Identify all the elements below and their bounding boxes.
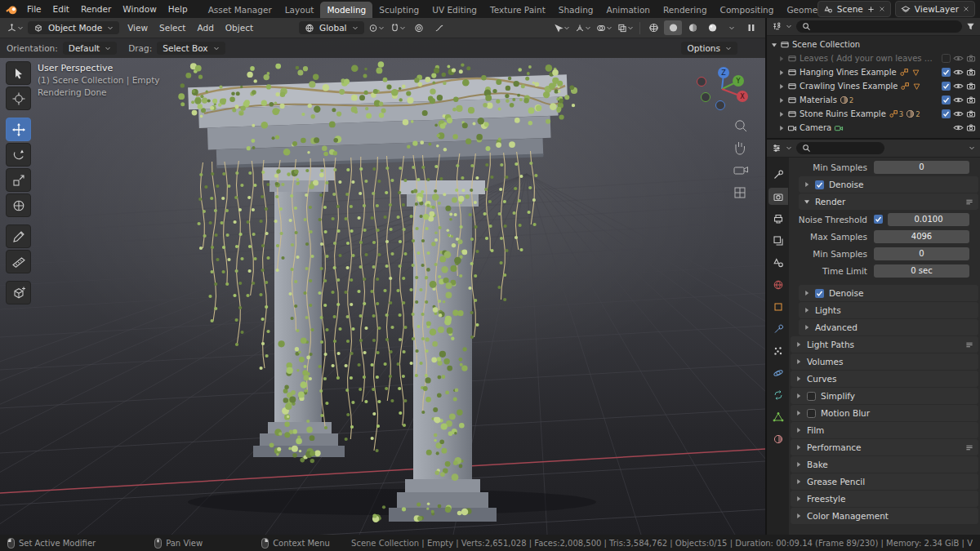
hide-eye-toggle[interactable] [953, 96, 964, 104]
panel-denoise[interactable]: Denoise [799, 176, 978, 193]
remove-viewlayer-icon[interactable] [963, 6, 969, 12]
panel-checkbox[interactable] [815, 180, 824, 189]
properties-tab-material[interactable] [768, 430, 788, 447]
outliner-row[interactable]: Camera [767, 121, 980, 135]
properties-tab-physics[interactable] [768, 364, 788, 381]
properties-tab-view-layer[interactable] [768, 232, 788, 249]
pause-render-icon[interactable] [742, 20, 760, 35]
panel-menu-icon[interactable] [965, 444, 973, 451]
hide-eye-toggle[interactable] [953, 68, 964, 77]
hide-eye-toggle[interactable] [953, 82, 964, 91]
properties-tab-render[interactable] [768, 188, 788, 205]
cursor-tool[interactable] [6, 87, 31, 110]
properties-tab-world[interactable] [768, 276, 788, 293]
editor-type-button[interactable] [5, 20, 25, 35]
properties-tab-scene[interactable] [768, 254, 788, 271]
panel-simplify[interactable]: Simplify [791, 388, 978, 404]
rotate-tool[interactable] [6, 143, 31, 167]
panel-denoise[interactable]: Denoise [799, 285, 978, 301]
panel-freestyle[interactable]: Freestyle [791, 491, 978, 507]
scene-selector[interactable]: Scene [817, 1, 891, 17]
viewport-menu-view[interactable]: View [122, 21, 154, 34]
viewport-menu-add[interactable]: Add [191, 21, 219, 34]
render-visibility-toggle[interactable] [966, 82, 976, 91]
hide-eye-toggle[interactable] [953, 123, 964, 132]
panel-menu-icon[interactable] [965, 198, 973, 206]
workspace-tab-animation[interactable]: Animation [599, 2, 657, 18]
field-noise-threshold[interactable]: 0.0100 [888, 213, 969, 226]
toggle-xray-button[interactable] [616, 20, 635, 35]
snapping-button[interactable] [389, 20, 408, 35]
menu-help[interactable]: Help [163, 3, 194, 15]
disclosure-triangle-icon[interactable] [778, 97, 785, 104]
properties-tab-object-data[interactable] [768, 408, 788, 425]
chevron-down-icon[interactable] [969, 145, 975, 151]
outliner-search[interactable] [796, 20, 962, 33]
shading-solid-icon[interactable] [664, 20, 682, 35]
tweak-select-tool[interactable] [6, 61, 31, 85]
properties-tab-object[interactable] [768, 298, 788, 315]
shading-rendered-icon[interactable] [703, 20, 721, 35]
render-visibility-toggle[interactable] [966, 109, 976, 118]
filter-icon[interactable] [966, 22, 975, 31]
workspace-tab-geometry-nodes[interactable]: Geometry Nodes [780, 2, 817, 18]
properties-tab-output[interactable] [768, 210, 788, 227]
disclosure-triangle-icon[interactable] [778, 111, 785, 118]
properties-tab-constraints[interactable] [768, 386, 788, 403]
disclosure-triangle-icon[interactable] [778, 125, 785, 131]
panel-motion-blur[interactable]: Motion Blur [791, 405, 978, 421]
transform-tool[interactable] [6, 193, 31, 217]
exclude-checkbox[interactable] [942, 96, 951, 104]
add-cube-tool[interactable] [6, 281, 31, 304]
viewport-menu-select[interactable]: Select [154, 21, 191, 34]
menu-window[interactable]: Window [117, 3, 162, 15]
render-visibility-toggle[interactable] [966, 123, 976, 132]
panel-bake[interactable]: Bake [791, 456, 978, 473]
scale-tool[interactable] [6, 168, 31, 192]
unlink-scene-icon[interactable] [879, 6, 885, 12]
workspace-tab-shading[interactable]: Shading [552, 2, 600, 18]
workspace-tab-texture-paint[interactable]: Texture Paint [483, 2, 552, 18]
outliner-row[interactable]: Hanging Vines Example [767, 65, 980, 79]
panel-film[interactable]: Film [791, 422, 978, 438]
panel-advanced[interactable]: Advanced [799, 319, 978, 335]
outliner-row[interactable]: Materials2 [767, 93, 980, 107]
workspace-tab-uv-editing[interactable]: UV Editing [425, 2, 483, 18]
panel-volumes[interactable]: Volumes [791, 353, 978, 370]
field-time-limit[interactable]: 0 sec [874, 264, 969, 278]
workspace-tab-compositing[interactable]: Compositing [714, 2, 781, 18]
falloff-button[interactable] [430, 20, 448, 35]
chevron-down-icon[interactable] [786, 145, 792, 151]
workspace-tab-rendering[interactable]: Rendering [657, 2, 714, 18]
panel-color-management[interactable]: Color Management [791, 508, 978, 524]
blender-logo[interactable] [5, 3, 18, 16]
show-overlays-button[interactable] [595, 20, 614, 35]
shading-dropdown[interactable] [723, 20, 741, 35]
annotate-tool[interactable] [6, 224, 31, 248]
property-checkbox[interactable] [874, 215, 883, 224]
properties-tab-particles[interactable] [768, 342, 788, 359]
viewport-menu-object[interactable]: Object [220, 21, 259, 34]
disclosure-triangle-icon[interactable] [778, 69, 785, 76]
panel-grease-pencil[interactable]: Grease Pencil [791, 473, 978, 490]
properties-search[interactable] [796, 142, 884, 154]
disclosure-triangle-icon[interactable] [778, 56, 785, 62]
properties-editor-icon[interactable] [772, 144, 782, 153]
render-visibility-toggle[interactable] [966, 96, 976, 104]
hide-eye-toggle[interactable] [953, 109, 964, 118]
panel-performance[interactable]: Performance [791, 439, 978, 455]
workspace-tab-asset-manager[interactable]: Asset Manager [202, 2, 278, 18]
render-visibility-toggle[interactable] [966, 68, 976, 77]
menu-file[interactable]: File [21, 3, 47, 15]
outliner-row-scene-collection[interactable]: Scene Collection [767, 38, 980, 51]
outliner-row[interactable]: Stone Ruins Example32 [767, 107, 980, 121]
orientation-setting-dropdown[interactable]: Default [63, 42, 117, 55]
options-dropdown[interactable]: Options [681, 42, 737, 55]
new-scene-icon[interactable] [867, 6, 875, 13]
viewport-scene[interactable]: Z Y X [0, 38, 765, 535]
hide-eye-toggle[interactable] [953, 54, 964, 63]
render-visibility-toggle[interactable] [966, 54, 976, 63]
outliner-search-input[interactable] [814, 21, 956, 32]
transform-orientation-dropdown[interactable]: Global [299, 21, 364, 34]
disclosure-triangle-icon[interactable] [778, 83, 785, 90]
